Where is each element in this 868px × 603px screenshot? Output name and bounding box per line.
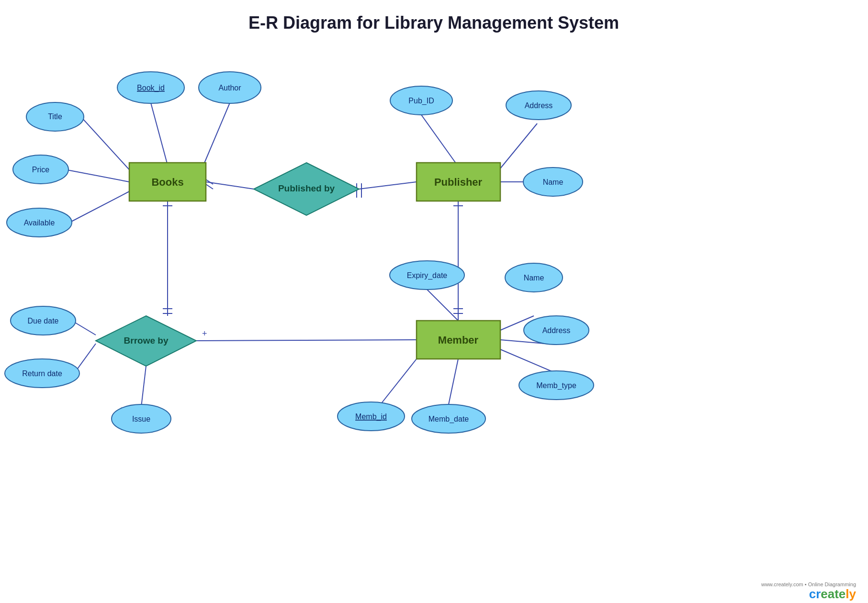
svg-text:Issue: Issue (132, 415, 150, 423)
svg-text:Return date: Return date (22, 369, 62, 378)
svg-line-1 (81, 117, 132, 172)
svg-line-5 (206, 182, 254, 189)
svg-text:Memb_id: Memb_id (355, 413, 387, 421)
svg-text:Price: Price (32, 166, 50, 174)
svg-text:Name: Name (543, 178, 564, 186)
svg-line-3 (67, 170, 129, 182)
svg-text:+: + (202, 329, 207, 338)
svg-text:Brrowe by: Brrowe by (124, 335, 169, 346)
svg-line-12 (498, 123, 537, 171)
svg-line-21 (500, 349, 556, 373)
svg-text:Published by: Published by (278, 183, 335, 193)
svg-text:Pub_ID: Pub_ID (408, 97, 434, 105)
svg-text:Member: Member (438, 334, 479, 346)
svg-line-2 (203, 103, 230, 165)
svg-text:Author: Author (218, 84, 241, 92)
svg-text:Publisher: Publisher (434, 176, 483, 188)
svg-line-23 (449, 359, 458, 404)
svg-text:Address: Address (542, 326, 571, 335)
svg-text:Name: Name (524, 274, 544, 282)
svg-text:Due date: Due date (28, 317, 59, 325)
svg-line-4 (69, 191, 129, 223)
diagram-title: E-R Diagram for Library Management Syste… (248, 13, 619, 33)
svg-line-32 (141, 366, 146, 407)
svg-line-18 (427, 290, 458, 321)
svg-text:Memb_type: Memb_type (536, 381, 576, 390)
svg-text:creately: creately (809, 587, 857, 601)
svg-text:Book_id: Book_id (137, 84, 165, 92)
svg-text:Books: Books (151, 176, 183, 188)
svg-line-28 (196, 340, 417, 341)
svg-text:Address: Address (525, 101, 553, 110)
svg-line-0 (151, 103, 168, 165)
svg-text:Available: Available (24, 219, 55, 227)
svg-text:Title: Title (48, 112, 62, 121)
svg-line-7 (206, 184, 213, 189)
svg-text:Expiry_date: Expiry_date (407, 271, 448, 280)
svg-line-10 (359, 182, 417, 189)
svg-line-11 (421, 115, 457, 165)
svg-text:Memb_date: Memb_date (428, 415, 469, 424)
